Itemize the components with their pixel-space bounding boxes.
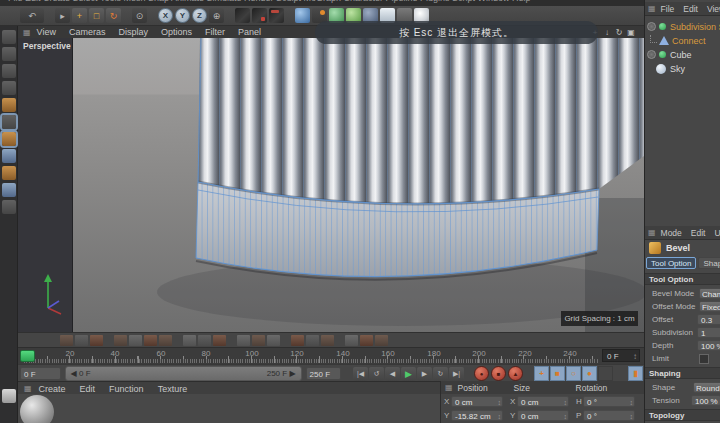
timeline-toolbar-icon[interactable] — [267, 335, 280, 346]
viewport-menu-display[interactable]: Display — [118, 27, 148, 37]
move-tool-icon[interactable]: + — [72, 8, 87, 23]
rotate-view-icon[interactable]: ↻ — [614, 27, 624, 37]
timeline-toolbar-icon[interactable] — [321, 335, 334, 346]
scale-tool-icon[interactable]: □ — [89, 8, 104, 23]
autokeying-icon[interactable]: ▮ — [628, 366, 643, 381]
previous-frame-icon[interactable]: ◀ — [385, 367, 400, 381]
panel-grid-icon[interactable]: ▦ — [648, 4, 656, 13]
enabled-dot-icon[interactable] — [659, 51, 666, 58]
timeline-ruler[interactable]: 20406080100120140160180200220240 0 F ↕ — [18, 347, 644, 365]
object-row-cube[interactable]: Cube — [647, 48, 720, 61]
frame-range-slider[interactable]: ◀ 0 F 250 F ▶ — [65, 366, 302, 381]
timeline-toolbar-icon[interactable] — [213, 335, 226, 346]
viewport-menu-filter[interactable]: Filter — [205, 27, 225, 37]
timeline-playhead[interactable] — [20, 350, 35, 362]
record-pla-icon[interactable] — [598, 366, 613, 381]
viewport-menu-cameras[interactable]: Cameras — [69, 27, 106, 37]
render-picture-viewer-icon[interactable] — [252, 8, 267, 23]
timeline-toolbar-icon[interactable] — [306, 335, 319, 346]
current-frame-field[interactable]: 0 F ↕ — [602, 349, 640, 362]
timeline-toolbar-icon[interactable] — [144, 335, 157, 346]
rotate-tool-icon[interactable]: ↻ — [106, 8, 121, 23]
coordinate-system-icon[interactable]: ⊕ — [209, 8, 224, 23]
panel-grid-icon[interactable]: ▦ — [648, 228, 656, 237]
expander-icon[interactable] — [647, 22, 656, 31]
bevel-mode-dropdown[interactable]: Chamfer — [699, 288, 720, 299]
material-menu-function[interactable]: Function — [109, 384, 144, 394]
texture-mode-icon[interactable] — [2, 64, 16, 78]
rotation-p-field[interactable]: 0 °↕ — [583, 410, 635, 421]
tension-field[interactable]: 100 % — [691, 395, 720, 406]
position-y-field[interactable]: -15.82 cm↕ — [451, 410, 503, 421]
offset-field[interactable]: 0.3 — [697, 314, 720, 325]
size-x-field[interactable]: 0 cm↕ — [517, 396, 569, 407]
lock-z-axis-icon[interactable]: Z — [192, 8, 207, 23]
next-key-icon[interactable]: ↻ — [433, 367, 448, 381]
goto-end-icon[interactable]: ▶| — [449, 367, 464, 381]
enabled-dot-icon[interactable] — [659, 23, 666, 30]
autokey-mask-icon[interactable]: ▲ — [508, 366, 523, 381]
lock-workplane-icon[interactable] — [2, 183, 16, 197]
am-menu-userdata[interactable]: User Data — [714, 228, 720, 238]
subdivision-field[interactable]: 1 — [697, 327, 720, 338]
timeline-toolbar-icon[interactable] — [129, 335, 142, 346]
previous-key-icon[interactable]: ↺ — [369, 367, 384, 381]
object-row-sky[interactable]: Sky — [647, 62, 720, 75]
render-settings-icon[interactable] — [269, 8, 284, 23]
timeline-toolbar-icon[interactable] — [159, 335, 172, 346]
offset-mode-dropdown[interactable]: Fixed Distance — [699, 301, 720, 312]
material-thumbnail[interactable] — [20, 395, 54, 423]
rotation-h-field[interactable]: 0 °↕ — [583, 396, 635, 407]
range-start-field[interactable]: 0 F — [20, 367, 61, 380]
timeline-toolbar-icon[interactable] — [60, 335, 73, 346]
live-selection-icon[interactable]: ▸ — [55, 8, 70, 23]
shape-dropdown[interactable]: Round — [693, 382, 720, 393]
om-menu-edit[interactable]: Edit — [683, 4, 698, 14]
play-icon[interactable]: ▶ — [401, 367, 416, 381]
timeline-toolbar-icon[interactable] — [252, 335, 265, 346]
om-menu-file[interactable]: File — [661, 4, 675, 14]
material-menu-texture[interactable]: Texture — [158, 384, 188, 394]
timeline-toolbar-icon[interactable] — [360, 335, 373, 346]
section-shaping[interactable]: Shaping — [645, 367, 720, 379]
tab-shaping[interactable]: Shaping — [698, 257, 720, 269]
record-position-icon[interactable]: + — [534, 366, 549, 381]
panel-grid-icon[interactable]: ▦ — [24, 384, 32, 393]
content-browser-icon[interactable] — [2, 389, 16, 403]
last-used-tool-icon[interactable]: ⊙ — [132, 8, 147, 23]
snap-icon[interactable] — [2, 166, 16, 180]
record-keyframe-icon[interactable]: ● — [474, 366, 489, 381]
timeline-toolbar-icon[interactable] — [345, 335, 358, 346]
object-row-subdivision-surface[interactable]: Subdivision Surface — [647, 20, 720, 33]
position-x-field[interactable]: 0 cm↕ — [451, 396, 503, 407]
workplane-mode-icon[interactable] — [2, 81, 16, 95]
expander-icon[interactable] — [647, 50, 656, 59]
material-menu-create[interactable]: Create — [39, 384, 66, 394]
viewport-menu-panel[interactable]: Panel — [238, 27, 261, 37]
lock-x-axis-icon[interactable]: X — [158, 8, 173, 23]
timeline-toolbar-icon[interactable] — [198, 335, 211, 346]
viewport-menu-options[interactable]: Options — [161, 27, 192, 37]
tab-tool-option[interactable]: Tool Option — [646, 257, 696, 269]
record-parameter-icon[interactable]: ● — [582, 366, 597, 381]
add-primitive-icon[interactable] — [295, 8, 310, 23]
size-y-field[interactable]: 0 cm↕ — [517, 410, 569, 421]
model-mode-icon[interactable] — [2, 47, 16, 61]
viewport-solo-icon[interactable] — [2, 200, 16, 214]
record-objects-icon[interactable]: ■ — [491, 366, 506, 381]
zoom-view-icon[interactable]: ↓ — [602, 27, 612, 37]
panel-grid-icon[interactable]: ▦ — [23, 28, 31, 37]
ruler-tick-area[interactable]: 20406080100120140160180200220240 — [18, 348, 598, 365]
timeline-toolbar-icon[interactable] — [90, 335, 103, 346]
viewport-menu-view[interactable]: View — [37, 27, 56, 37]
object-row-connect[interactable]: Connect — [647, 34, 720, 47]
spinner-icon[interactable]: ↕ — [633, 350, 637, 363]
limit-checkbox[interactable] — [699, 354, 709, 364]
timeline-toolbar-icon[interactable] — [237, 335, 250, 346]
cylinder-object[interactable] — [72, 38, 644, 332]
am-menu-mode[interactable]: Mode — [661, 228, 682, 238]
range-end-field[interactable]: 250 F — [306, 367, 341, 380]
timeline-toolbar-icon[interactable] — [375, 335, 388, 346]
undo-icon[interactable]: ↶ — [20, 8, 44, 23]
timeline-toolbar-icon[interactable] — [75, 335, 88, 346]
